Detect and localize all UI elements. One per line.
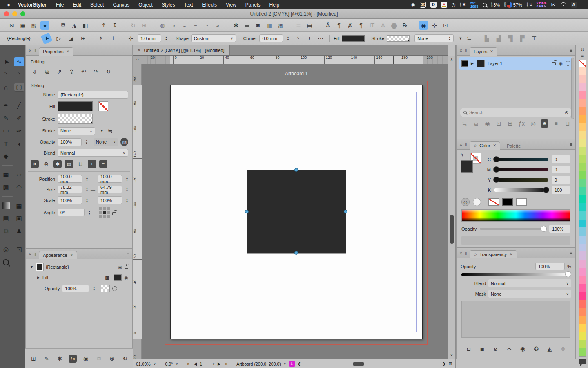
glyphs-icon[interactable]: A	[379, 21, 388, 30]
tab-appearance[interactable]: Appearance✕	[39, 251, 77, 259]
layers-search-field[interactable]: Search ⊗	[460, 108, 572, 117]
line-tool[interactable]: ╱	[14, 101, 24, 110]
tab-color[interactable]: ◇Color✕	[470, 141, 500, 150]
menu-item[interactable]: Panels	[241, 2, 265, 8]
hatch-fill-icon[interactable]: ▨	[29, 21, 38, 30]
scroll-up-icon[interactable]: ∧	[450, 56, 453, 63]
layer-effects-icon[interactable]: ƒx	[518, 119, 526, 128]
channel-c-value[interactable]: 0	[552, 155, 570, 163]
stroke-preset-arrow[interactable]: ▼	[100, 129, 104, 133]
color-swatch[interactable]	[579, 115, 586, 123]
color-swatch[interactable]	[579, 227, 586, 236]
visibility-eye-icon[interactable]: ◉	[118, 265, 122, 270]
new-layer-icon[interactable]: ⊕	[541, 119, 548, 128]
color-swatch[interactable]	[579, 324, 586, 332]
tool[interactable]	[2, 165, 13, 166]
close-panel-icon[interactable]: ✕	[29, 252, 32, 256]
expand-arrow-icon[interactable]: ▼	[30, 265, 33, 269]
share-style-icon[interactable]: ⇪	[67, 67, 76, 76]
invert-mask-icon[interactable]: ◙	[478, 345, 486, 353]
white-color-swatch[interactable]	[516, 198, 527, 206]
object-name-field[interactable]: {Rectangle}	[58, 91, 128, 99]
menu-item[interactable]: Canvas	[108, 2, 134, 8]
last-color-circle[interactable]	[473, 198, 481, 206]
brush-tool[interactable]: ✐	[14, 114, 24, 123]
snap-point-icon[interactable]: ⊡	[441, 21, 450, 30]
transform-origin-icon[interactable]: ⌖	[96, 34, 105, 43]
pattern-tool[interactable]: ▤	[1, 214, 11, 223]
tab-layers[interactable]: Layers✕	[470, 47, 497, 56]
frame-layer-icon[interactable]: ⊡	[495, 119, 503, 128]
scale-x-field[interactable]: 100%	[58, 196, 82, 204]
texture-opacity-icon[interactable]: ▨	[120, 138, 128, 146]
gradient-tool[interactable]	[2, 202, 10, 209]
clock-icon[interactable]: ◷	[452, 2, 456, 7]
menu-item[interactable]: Effects	[198, 2, 221, 8]
layer-target-circle[interactable]	[566, 61, 570, 66]
prev-page-icon[interactable]: ◀	[194, 361, 197, 366]
align-baseline-icon[interactable]: ▛	[518, 34, 527, 43]
channel-m-value[interactable]: 0	[552, 166, 570, 173]
direct-select-tool-icon[interactable]: ▷	[54, 34, 63, 43]
effects-icon[interactable]: ƒx	[69, 355, 77, 363]
copy-style-icon[interactable]: ⧉	[43, 67, 51, 76]
pen-tool[interactable]: ✒	[1, 101, 11, 110]
raise-object-icon[interactable]: ↥	[99, 21, 108, 30]
color-swatch[interactable]	[579, 211, 586, 220]
shape-merge-icon[interactable]: ◕	[213, 21, 222, 30]
toolbar-icon[interactable]	[51, 21, 57, 30]
proportions-lock-icon[interactable]	[112, 212, 116, 215]
clipboard-manager-icon[interactable]: ⌘	[420, 2, 426, 8]
no-fill-swatch[interactable]	[98, 101, 108, 111]
close-panel-icon[interactable]: ✕	[29, 49, 32, 53]
font-options-icon[interactable]: Å	[323, 21, 332, 30]
channel-k-value[interactable]: 100	[552, 186, 570, 194]
scroll-right-icon[interactable]: ❯	[442, 361, 445, 366]
stroke-width-field[interactable]: 1.0 mm	[138, 34, 161, 42]
shapes-tool[interactable]: ⧉	[1, 227, 11, 236]
opacity-link-icon[interactable]	[112, 286, 117, 291]
clear-search-icon[interactable]: ⊗	[565, 110, 568, 115]
transparency-opacity-field[interactable]: 100%	[535, 263, 565, 270]
patch-tool[interactable]: ▩	[1, 183, 11, 192]
snap-center-icon[interactable]: ◉	[419, 21, 428, 30]
channel-m-slider[interactable]	[494, 168, 548, 171]
layers-scrollbar[interactable]	[571, 58, 574, 119]
selection-handle-left[interactable]	[245, 210, 249, 213]
tool[interactable]	[2, 240, 13, 240]
undo-icon[interactable]: ↶	[80, 67, 88, 76]
pattern-fill-icon[interactable]: ▦	[18, 21, 27, 30]
detach-panel-icon[interactable]: ‖	[35, 252, 36, 256]
item-options-icon[interactable]: ✱	[56, 355, 64, 363]
color-swatch[interactable]	[579, 107, 586, 115]
snapshot-icon[interactable]: ◉	[82, 355, 90, 363]
align-left-icon[interactable]: ▙	[482, 34, 491, 43]
duplicate-layer-icon[interactable]: ⧉	[472, 119, 480, 128]
italic-style-icon[interactable]: IT	[368, 21, 376, 30]
appearance-opacity-field[interactable]: 100%	[62, 285, 89, 292]
zoom-level[interactable]: 61.09%	[136, 361, 151, 366]
rotation-value[interactable]: 0.0°	[165, 361, 173, 366]
next-page-icon[interactable]: ▶	[218, 361, 221, 366]
panel-menu-icon[interactable]: ≡	[127, 251, 129, 257]
document-tab[interactable]: ✕ Untitled-2 [CMYK] [@61.1%] - [Modified…	[133, 45, 230, 55]
stroke-width-stepper[interactable]: ▲▼	[165, 36, 167, 41]
clip-mask-icon[interactable]: ◭	[546, 345, 554, 353]
template-doc-icon[interactable]: ▤	[243, 21, 252, 30]
zoom-tool[interactable]	[1, 258, 11, 267]
menu-item[interactable]: Select	[86, 2, 108, 8]
expand-fill-arrow-icon[interactable]: ▶	[37, 276, 40, 280]
layer-target-icon[interactable]: ◎	[529, 119, 537, 128]
rectangle-tool[interactable]: ▭	[1, 126, 11, 135]
japanese-input-icon[interactable]: A	[571, 2, 577, 8]
grid-tool[interactable]: ▦	[14, 201, 24, 210]
stroke-swatch[interactable]	[387, 35, 410, 42]
pivot-icon[interactable]: ⊥	[109, 34, 118, 43]
channel-y-slider[interactable]	[494, 178, 548, 182]
clear-paragraph-style-icon[interactable]: ¶	[356, 21, 365, 30]
shape-intersect-icon[interactable]: ◒	[180, 21, 189, 30]
close-document-icon[interactable]: ✕	[138, 48, 141, 52]
transform-copy-icon[interactable]: ⧉	[59, 21, 68, 30]
color-swatch[interactable]	[579, 348, 586, 357]
save-style-icon[interactable]: ⇩	[31, 67, 39, 76]
